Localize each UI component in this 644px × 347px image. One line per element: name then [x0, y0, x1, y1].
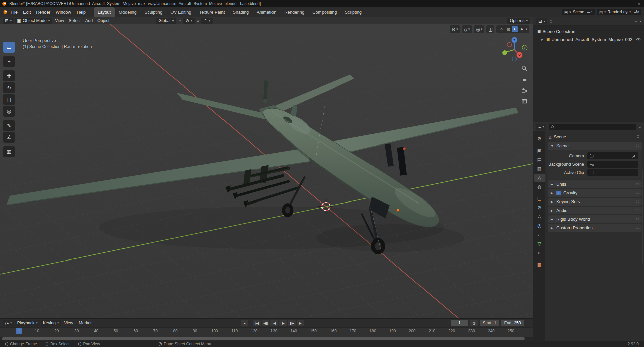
topbar-menu-item[interactable]: Render — [33, 7, 53, 17]
properties-filter-icon[interactable]: ▽ — [639, 125, 641, 129]
drag-handle-icon[interactable]: ∷∷ — [635, 217, 639, 221]
properties-tab-material[interactable]: ◐ — [534, 249, 545, 257]
viewport-menu-item[interactable]: Object — [95, 18, 112, 23]
auto-keying-button[interactable]: ● — [241, 320, 248, 326]
properties-tab-scene[interactable]: △ — [534, 174, 545, 182]
active-clip-field[interactable] — [587, 169, 638, 176]
drag-handle-icon[interactable]: ∷∷ — [635, 182, 639, 186]
viewport-canvas[interactable] — [0, 24, 533, 318]
properties-tab-view-layer[interactable]: ▥ — [534, 165, 545, 173]
new-view-layer-icon[interactable] — [633, 11, 635, 13]
workspace-tab[interactable]: Sculpting — [141, 7, 166, 17]
transform-orientation-dropdown[interactable]: Global ▾ — [156, 18, 176, 24]
snap-target-dropdown[interactable]: ⊙ ▾ — [183, 18, 195, 24]
expand-icon[interactable]: ▶ — [541, 38, 545, 41]
playback-dropdown[interactable]: Playback▾ — [15, 320, 40, 326]
viewport-menu-item[interactable]: Add — [83, 18, 95, 23]
drag-handle-icon[interactable]: ∷∷ — [635, 143, 639, 148]
properties-search[interactable] — [549, 124, 636, 130]
view-layer-selector[interactable]: ▤ ▾ RenderLayer × — [597, 9, 641, 15]
outliner-filter-icon[interactable]: ▽ — [635, 19, 637, 23]
properties-scrollbar[interactable] — [642, 169, 643, 263]
tool-button-annotate[interactable]: ✎ — [3, 120, 15, 131]
playback-button-jump-to-start[interactable]: |◀ — [253, 320, 261, 326]
show-overlays-dropdown[interactable]: ◎ ▾ — [474, 25, 484, 33]
shading-dropdown-caret[interactable]: ▾ — [526, 27, 527, 31]
workspace-tab[interactable]: Shading — [229, 7, 253, 17]
hide-in-viewport-toggle[interactable] — [636, 37, 641, 42]
topbar-menu-item[interactable]: Edit — [20, 7, 33, 17]
properties-tab-texture[interactable]: ▩ — [534, 261, 545, 269]
timeline-marker-menu[interactable]: Marker — [76, 321, 94, 325]
object-visibility-dropdown[interactable]: ⊙ ▾ — [450, 25, 460, 33]
outliner-row-object[interactable]: ▶ ▣ Unmanned_Aircraft_System_Mojave_002 — [533, 35, 644, 43]
navigation-gizmo[interactable]: Z X Y — [499, 34, 530, 65]
workspace-tab[interactable]: Scripting — [341, 7, 366, 17]
playback-button-play[interactable]: ▶ — [279, 320, 287, 326]
current-frame-field[interactable]: 1 — [451, 320, 468, 326]
properties-tab-world[interactable]: ◍ — [534, 183, 545, 191]
workspace-tab[interactable]: Rendering — [280, 7, 308, 17]
tool-button-add-cube[interactable]: ▦ — [3, 146, 15, 157]
pin-icon[interactable] — [637, 135, 639, 138]
panel-header[interactable]: ▶ Custom Properties ∷∷ — [548, 224, 642, 232]
camera-view-button[interactable] — [520, 86, 529, 95]
scene-name[interactable]: Scene — [573, 10, 584, 14]
playback-button-play-reverse[interactable]: ◀ — [270, 320, 278, 326]
properties-tab-output[interactable]: ▤ — [534, 156, 545, 164]
tool-button-transform[interactable]: ◎ — [3, 106, 15, 117]
start-frame-field[interactable]: Start 1 — [480, 320, 499, 326]
unlink-scene-icon[interactable]: × — [590, 10, 593, 14]
viewport-menu-item[interactable]: View — [53, 18, 66, 23]
tool-button-tweak-select[interactable]: ▭ — [3, 42, 15, 53]
panel-header[interactable]: ▶ Units ∷∷ — [548, 180, 642, 188]
editor-type-button[interactable]: ⊞ ▾ — [3, 18, 14, 24]
viewport-3d[interactable]: User Perspective (1) Scene Collection | … — [0, 24, 533, 318]
playback-button-prev-keyframe[interactable]: ◀▮ — [262, 320, 269, 326]
properties-tab-render[interactable]: ▣ — [534, 147, 545, 155]
playback-button-next-keyframe[interactable]: ▮▶ — [288, 320, 296, 326]
workspace-tab[interactable]: Modeling — [115, 7, 141, 17]
outliner-editor-type-button[interactable]: ⊟ ▾ — [536, 18, 547, 24]
mode-dropdown[interactable]: ▣ Object Mode ▾ — [15, 18, 52, 24]
timeline-ruler[interactable]: 1 10203040506070809010011012013014015016… — [0, 327, 533, 337]
properties-tab-physics[interactable]: ◎ — [534, 222, 545, 230]
scene-browse-caret[interactable]: ▾ — [569, 10, 571, 14]
drag-handle-icon[interactable]: ∷∷ — [635, 199, 639, 204]
new-scene-icon[interactable] — [586, 11, 589, 13]
playhead-badge[interactable]: 1 — [16, 328, 22, 334]
properties-tab-object[interactable]: ▢ — [534, 194, 545, 203]
options-dropdown[interactable]: Options ▾ — [507, 18, 530, 24]
topbar-menu-item[interactable]: Help — [74, 7, 88, 17]
panel-header[interactable]: ▶ Rigid Body World ∷∷ — [548, 215, 642, 223]
object-name-label[interactable]: Unmanned_Aircraft_System_Mojave_002 — [551, 37, 632, 42]
shading-mode-button-rendered[interactable]: ● — [518, 26, 525, 32]
workspace-tab[interactable]: UV Editing — [166, 7, 195, 17]
background-scene-field[interactable] — [587, 161, 638, 168]
tool-button-cursor[interactable]: ＋ — [3, 56, 15, 67]
properties-search-input[interactable] — [556, 124, 634, 129]
properties-tab-particles[interactable]: ∴ — [534, 213, 545, 221]
outliner-search-icon[interactable] — [550, 20, 552, 23]
scene-collection-label[interactable]: Scene Collection — [542, 29, 575, 34]
eyedropper-icon[interactable] — [632, 154, 636, 158]
panel-header[interactable]: ▶ ✓ Gravity ∷∷ — [548, 189, 642, 197]
drag-handle-icon[interactable]: ∷∷ — [635, 208, 639, 213]
add-workspace-button[interactable]: + — [366, 7, 375, 17]
workspace-tab[interactable]: Compositing — [308, 7, 341, 17]
tool-button-scale[interactable]: ◱ — [3, 94, 15, 105]
workspace-tab[interactable]: Texture Paint — [195, 7, 229, 17]
use-preview-range-button[interactable]: ◷ — [470, 320, 478, 326]
tool-button-move[interactable]: ✚ — [3, 70, 15, 81]
properties-tab-tool[interactable]: ⚙ — [534, 135, 545, 143]
falloff-dropdown[interactable]: ◠ ▾ — [201, 18, 212, 24]
toggle-ortho-button[interactable] — [520, 97, 529, 106]
toggle-xray-button[interactable]: ◫ — [486, 25, 494, 33]
timeline-editor-type-button[interactable]: ◷ ▾ — [3, 320, 14, 326]
workspace-tab[interactable]: Animation — [253, 7, 280, 17]
tool-button-measure[interactable]: ∠ — [3, 132, 15, 143]
minimize-button[interactable]: ─ — [614, 0, 624, 7]
panel-header[interactable]: ▶ Keying Sets ∷∷ — [548, 198, 642, 206]
pan-button[interactable] — [520, 75, 529, 83]
proportional-editing-icon[interactable]: ○ — [197, 18, 199, 23]
